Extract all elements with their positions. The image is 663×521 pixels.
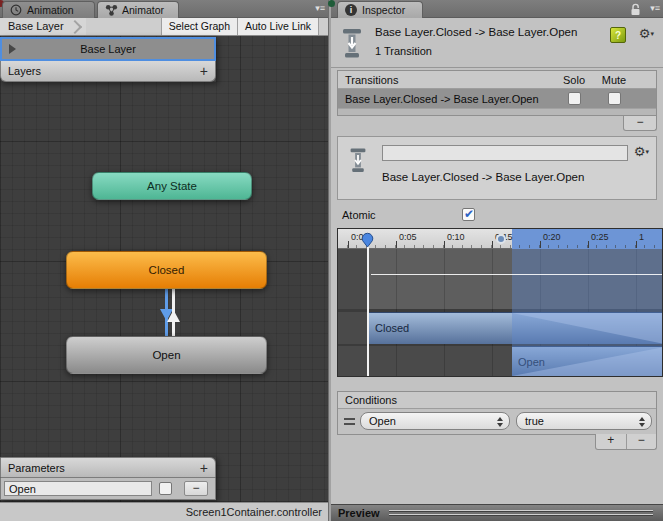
transition-detail-box: ⚙▾ Base Layer.Closed -> Base Layer.Open [337, 136, 657, 200]
conditions-box: Conditions Open true [337, 391, 657, 435]
breadcrumb-label: Base Layer [8, 20, 64, 32]
ruler-tick-label: 0:10 [447, 232, 465, 242]
solo-checkbox[interactable] [568, 92, 581, 105]
tab-animator-label: Animator [122, 4, 164, 16]
atomic-row: Atomic ✔ [331, 208, 663, 224]
atomic-checkbox[interactable]: ✔ [462, 208, 475, 221]
remove-condition-button[interactable]: − [626, 434, 657, 449]
window-dot-green [328, 0, 335, 7]
add-layer-button[interactable]: + [200, 61, 208, 81]
condition-row: Open true [338, 409, 656, 434]
inspector-header: Base Layer.Closed -> Base Layer.Open 1 T… [331, 18, 663, 68]
blend-weight-line [371, 274, 663, 275]
parameter-row: − [0, 478, 216, 500]
gear-icon[interactable]: ⚙▾ [634, 144, 649, 159]
transition-detail-label: Base Layer.Closed -> Base Layer.Open [382, 171, 584, 183]
drag-handle-icon[interactable] [344, 418, 355, 425]
inspector-tabbar: i Inspector ▾≡ [331, 0, 663, 18]
transition-icon-small [348, 146, 368, 176]
state-closed[interactable]: Closed [66, 251, 267, 289]
parameter-bool-checkbox[interactable] [159, 482, 172, 495]
unity-editor: Animation Animator ▾≡ Base Layer Select … [0, 0, 663, 521]
pane-menu-icon[interactable]: ▾≡ [650, 3, 660, 13]
parameters-widget: Parameters + − [0, 457, 216, 500]
state-any-state[interactable]: Any State [92, 172, 252, 200]
animator-tabbar: Animation Animator ▾≡ [0, 0, 328, 18]
ruler-tick-label: 0:05 [399, 232, 417, 242]
solo-column-label: Solo [554, 74, 594, 86]
tab-animation-label: Animation [27, 4, 74, 16]
auto-live-link-button[interactable]: Auto Live Link [237, 18, 319, 35]
transition-title: Base Layer.Closed -> Base Layer.Open [375, 26, 577, 38]
parameter-name-field[interactable] [4, 481, 152, 496]
conditions-add-remove-tray: + − [595, 434, 657, 450]
play-triangle-icon [9, 44, 16, 54]
layer-row-label: Base Layer [80, 43, 136, 55]
transition-start-handle[interactable] [496, 234, 506, 244]
transition-timeline[interactable]: Closed Open 0:00 0:05 0:10 0:15 0:20 0:2… [337, 228, 663, 377]
lock-icon[interactable] [630, 3, 641, 18]
tab-animator[interactable]: Animator [97, 1, 179, 18]
info-icon: i [345, 4, 357, 16]
tab-inspector-label: Inspector [362, 4, 405, 16]
inspector-panel: i Inspector ▾≡ Base Layer.Closed -> Base… [331, 0, 663, 521]
animator-panel: Animation Animator ▾≡ Base Layer Select … [0, 0, 328, 521]
drag-grip-icon [389, 510, 653, 517]
controller-statusbar: Screen1Container.controller [0, 502, 328, 521]
atomic-label: Atomic [342, 209, 376, 221]
transitions-box: Transitions Solo Mute Base Layer.Closed … [337, 70, 657, 116]
remove-parameter-button[interactable]: − [184, 481, 208, 496]
layers-widget: Base Layer Layers + [0, 37, 216, 82]
select-graph-button[interactable]: Select Graph [161, 18, 237, 35]
preview-splitter-bar[interactable]: Preview [331, 504, 663, 521]
preview-label: Preview [331, 507, 380, 519]
condition-parameter-dropdown[interactable]: Open [360, 412, 510, 430]
tab-animation[interactable]: Animation [2, 1, 95, 18]
ruler-tick-label: 0:20 [543, 232, 561, 242]
transition-region-highlight[interactable] [512, 249, 663, 377]
add-parameter-button[interactable]: + [200, 458, 208, 478]
timeline-ruler[interactable]: 0:00 0:05 0:10 0:15 0:20 0:25 1 [338, 229, 663, 249]
transition-name-input[interactable] [382, 145, 628, 161]
breadcrumb[interactable]: Base Layer [0, 18, 86, 35]
mute-column-label: Mute [594, 74, 634, 86]
pane-menu-icon[interactable]: ▾≡ [315, 3, 325, 13]
playhead-line [367, 242, 369, 377]
animator-toolbar: Base Layer Select Graph Auto Live Link [0, 18, 328, 36]
conditions-header-label: Conditions [338, 394, 656, 406]
mute-checkbox[interactable] [608, 92, 621, 105]
help-icon[interactable]: ? [610, 27, 626, 43]
parameters-header: Parameters + [0, 457, 216, 478]
state-open[interactable]: Open [66, 336, 267, 374]
ruler-tick-label: 0:25 [591, 232, 609, 242]
tab-inspector[interactable]: i Inspector [337, 1, 423, 18]
timeline-content: Closed Open [338, 249, 663, 377]
layers-header: Layers + [0, 61, 216, 82]
condition-value-dropdown[interactable]: true [516, 412, 652, 430]
state-machine-graph[interactable]: Any State Closed Open [0, 36, 328, 502]
check-icon: ✔ [464, 207, 474, 221]
transition-remove-tray: − [623, 116, 657, 131]
remove-transition-button[interactable]: − [624, 116, 656, 130]
transition-subtitle: 1 Transition [375, 45, 432, 57]
playhead-handle[interactable] [361, 231, 374, 250]
dropdown-arrows-icon [497, 417, 503, 427]
add-condition-button[interactable]: + [596, 434, 626, 449]
transition-list-row[interactable]: Base Layer.Closed -> Base Layer.Open [338, 89, 656, 109]
transition-icon [340, 26, 364, 62]
controller-name: Screen1Container.controller [186, 506, 322, 518]
ruler-tick-label: 1 [639, 232, 644, 242]
gear-icon[interactable]: ⚙▾ [639, 26, 654, 41]
layer-row-base-layer[interactable]: Base Layer [0, 37, 216, 61]
dropdown-arrows-icon [639, 417, 645, 427]
transitions-header-label: Transitions [338, 74, 554, 86]
